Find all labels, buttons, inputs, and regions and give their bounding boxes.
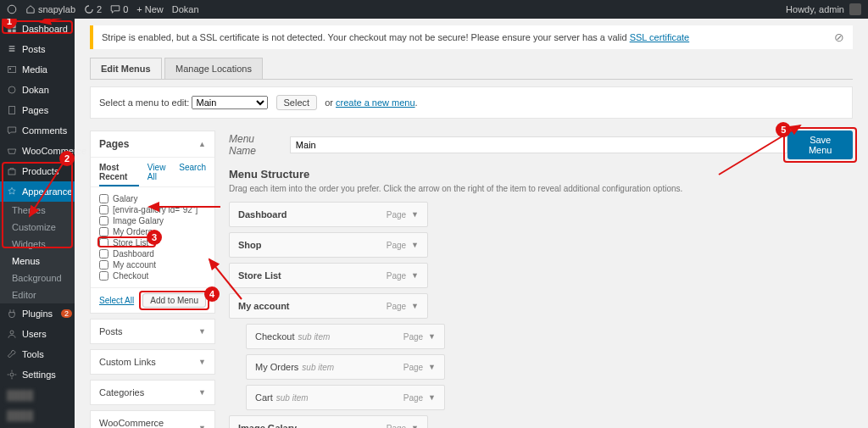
tab-manage-locations[interactable]: Manage Locations <box>164 58 263 79</box>
sidebar-item[interactable]: Dokan <box>0 80 75 100</box>
sidebar-item-label: Media <box>22 64 47 75</box>
chevron-down-icon: ▼ <box>411 424 419 428</box>
pages-panel-head[interactable]: Pages▲ <box>91 131 214 158</box>
settings-icon <box>7 370 17 380</box>
pages-tab[interactable]: Search <box>179 163 206 181</box>
sidebar-item-label: Products <box>22 166 58 176</box>
select-menu-label: Select a menu to edit: <box>99 97 189 108</box>
svg-rect-9 <box>8 170 15 175</box>
sidebar-item[interactable]: Tools <box>0 344 75 364</box>
chevron-up-icon: ▲ <box>198 140 206 148</box>
appearance-icon <box>7 186 17 197</box>
seo-item[interactable]: ████ <box>0 385 75 405</box>
add-to-menu-button[interactable]: Add to Menu <box>142 293 206 308</box>
blur-item[interactable]: ████ <box>0 405 75 425</box>
menu-item[interactable]: Store ListPage▼ <box>229 263 428 288</box>
accordion-panel[interactable]: Posts▼ <box>90 319 215 344</box>
tools-icon <box>7 349 17 359</box>
chevron-down-icon: ▼ <box>428 363 436 371</box>
accordion-panel[interactable]: WooCommerce endpoints▼ <box>90 410 215 428</box>
chevron-down-icon: ▼ <box>428 393 436 402</box>
menu-item[interactable]: My accountPage▼ <box>229 293 428 319</box>
sidebar-item-label: Pages <box>22 105 48 115</box>
sidebar-item-label: Settings <box>22 370 56 380</box>
media-icon <box>7 64 17 75</box>
sidebar-item-label: Dokan <box>22 85 49 95</box>
page-checkbox[interactable]: Checkout <box>99 271 206 281</box>
menu-item[interactable]: Checkoutsub itemPage▼ <box>246 324 445 349</box>
menu-item[interactable]: Image GalaryPage▼ <box>229 415 428 428</box>
page-checkbox[interactable]: Image Galary <box>99 216 206 225</box>
dokan-icon <box>7 85 17 95</box>
sidebar-subitem[interactable]: Themes <box>0 202 75 219</box>
products-icon <box>7 166 17 176</box>
sidebar-item-label: Posts <box>22 44 46 54</box>
sidebar-subitem[interactable]: Editor <box>0 286 75 303</box>
chevron-down-icon: ▼ <box>198 388 206 397</box>
page-checkbox[interactable]: My account <box>99 260 206 270</box>
sidebar-subitem[interactable]: Widgets <box>0 236 75 253</box>
updates[interactable]: 2 <box>84 4 102 14</box>
accordion-panel[interactable]: Custom Links▼ <box>90 349 215 375</box>
menu-item[interactable]: ShopPage▼ <box>229 232 428 258</box>
sidebar-item[interactable]: Users <box>0 324 75 344</box>
comments-count[interactable]: 0 <box>110 4 128 14</box>
structure-title: Menu Structure <box>229 168 853 181</box>
select-all-link[interactable]: Select All <box>99 296 134 305</box>
sidebar-item-label: Tools <box>22 349 44 359</box>
sidebar-item[interactable]: Posts <box>0 39 75 59</box>
page-checkbox[interactable]: Galary <box>99 194 206 203</box>
pages-tab[interactable]: Most Recent <box>99 163 139 186</box>
chevron-down-icon: ▼ <box>198 424 206 428</box>
howdy[interactable]: Howdy, admin <box>786 4 844 14</box>
svg-point-0 <box>8 5 16 14</box>
chevron-down-icon: ▼ <box>411 210 419 219</box>
pages-tab[interactable]: View All <box>147 163 170 181</box>
svg-point-7 <box>8 86 15 93</box>
menu-item[interactable]: Cartsub itemPage▼ <box>246 385 445 410</box>
page-checkbox[interactable]: Dashboard <box>99 249 206 258</box>
save-menu-button[interactable]: Save Menu <box>787 131 853 159</box>
sidebar-item[interactable]: Appearance <box>0 181 75 202</box>
callout-4: 4 <box>204 286 220 302</box>
create-menu-link[interactable]: create a new menu <box>336 97 415 108</box>
callout-2: 2 <box>59 151 75 166</box>
avatar[interactable] <box>849 3 861 15</box>
sidebar-item[interactable]: Pages <box>0 100 75 120</box>
chevron-down-icon: ▼ <box>198 358 206 366</box>
sidebar-subitem[interactable]: Menus <box>0 253 75 270</box>
menu-name-input[interactable] <box>290 136 787 153</box>
plugins-icon <box>7 308 17 319</box>
site-name[interactable]: snapylab <box>25 4 75 14</box>
menu-name-label: Menu Name <box>229 133 281 157</box>
menu-item[interactable]: My Orderssub itemPage▼ <box>246 354 445 380</box>
accordion-panel[interactable]: Categories▼ <box>90 380 215 405</box>
dokan-link[interactable]: Dokan <box>172 4 199 14</box>
ssl-notice: Stripe is enabled, but a SSL certificate… <box>90 25 853 49</box>
sidebar-item[interactable]: Media <box>0 59 75 80</box>
svg-point-10 <box>10 331 14 334</box>
chevron-down-icon: ▼ <box>428 332 436 341</box>
users-icon <box>7 329 17 339</box>
page-checkbox[interactable]: [envira-gallery id="92"] <box>99 205 206 214</box>
sidebar-item[interactable]: Settings <box>0 364 75 385</box>
chevron-down-icon: ▼ <box>411 241 419 249</box>
tab-edit-menus[interactable]: Edit Menus <box>90 58 162 79</box>
menu-item[interactable]: DashboardPage▼ <box>229 202 428 227</box>
new-content[interactable]: + New <box>136 4 163 14</box>
wp-logo[interactable] <box>7 4 17 14</box>
chevron-down-icon: ▼ <box>198 327 206 336</box>
select-button[interactable]: Select <box>276 95 318 110</box>
sidebar-item-label: Dashboard <box>22 24 68 34</box>
sidebar-item-label: Appearance <box>22 186 72 197</box>
update-badge: 2 <box>61 309 72 318</box>
ssl-link[interactable]: SSL certificate <box>630 32 690 42</box>
sidebar-subitem[interactable]: Background <box>0 270 75 286</box>
sidebar-item[interactable]: Comments <box>0 120 75 141</box>
menu-select[interactable]: Main <box>192 96 268 109</box>
dismiss-icon[interactable]: ⊘ <box>834 31 844 44</box>
sidebar-subitem[interactable]: Customize <box>0 219 75 236</box>
sidebar-item[interactable]: Plugins2 <box>0 303 75 324</box>
callout-3: 3 <box>147 230 162 245</box>
woocommerce-icon <box>7 146 17 156</box>
